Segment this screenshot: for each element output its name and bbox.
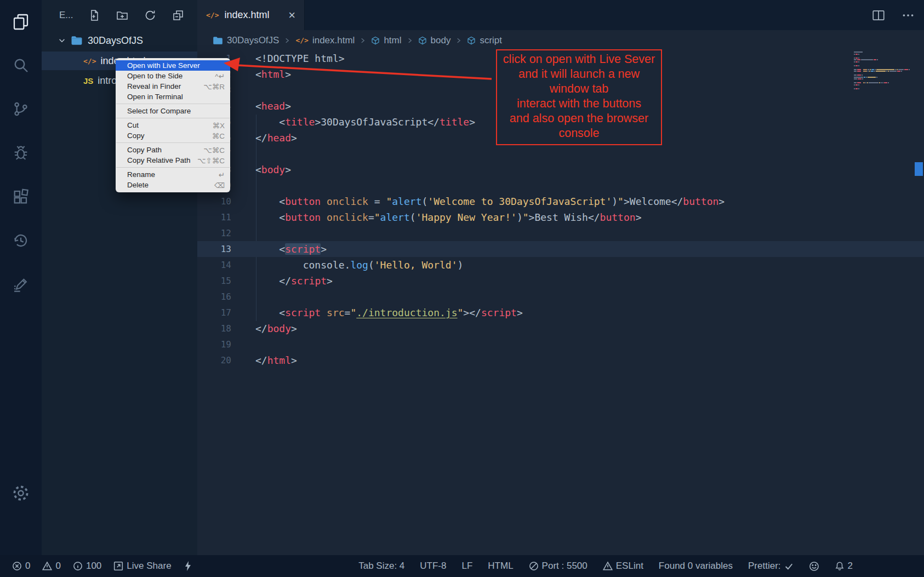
- menu-item-rename[interactable]: Rename↵: [116, 169, 230, 180]
- code-text[interactable]: <html>: [231, 66, 291, 82]
- code-line[interactable]: 13 <script>: [197, 241, 924, 257]
- line-number[interactable]: 17: [197, 305, 231, 321]
- menu-item-reveal-in-finder[interactable]: Reveal in Finder⌥⌘R: [116, 81, 230, 92]
- menu-item-copy[interactable]: Copy⌘C: [116, 130, 230, 141]
- code-text[interactable]: [231, 82, 255, 98]
- collapse-all-icon[interactable]: [172, 9, 185, 22]
- line-number[interactable]: 19: [197, 336, 231, 352]
- new-file-icon[interactable]: [88, 9, 101, 22]
- history-icon[interactable]: [8, 228, 33, 253]
- extensions-icon[interactable]: [8, 184, 33, 209]
- code-text[interactable]: [231, 336, 255, 352]
- symbol-cube-icon: [467, 36, 476, 45]
- code-text[interactable]: [231, 225, 255, 241]
- problems-errors[interactable]: 0: [12, 561, 30, 572]
- code-text[interactable]: <title>30DaysOfJavaScript</title>: [231, 114, 475, 130]
- feedback-smiley[interactable]: [809, 561, 819, 572]
- code-text[interactable]: console.log('Hello, World'): [231, 257, 463, 273]
- code-line[interactable]: 10 <button onclick = "alert('Welcome to …: [197, 193, 924, 209]
- code-text[interactable]: [231, 178, 255, 193]
- line-number[interactable]: 11: [197, 209, 231, 225]
- debug-icon[interactable]: [8, 140, 33, 165]
- variables-indicator[interactable]: Found 0 variables: [659, 561, 733, 572]
- encoding-indicator[interactable]: UTF-8: [420, 561, 446, 572]
- split-editor-icon[interactable]: [871, 8, 886, 22]
- line-number[interactable]: 10: [197, 193, 231, 209]
- eol-indicator[interactable]: LF: [461, 561, 472, 572]
- settings-gear-icon[interactable]: [8, 481, 33, 506]
- menu-item-open-with-live-server[interactable]: Open with Live Server: [116, 60, 230, 71]
- port-indicator[interactable]: Port : 5500: [529, 561, 588, 572]
- code-text[interactable]: </script>: [231, 273, 333, 289]
- breadcrumb-html[interactable]: html: [371, 35, 401, 46]
- code-text[interactable]: </html>: [231, 352, 297, 368]
- code-text[interactable]: <!DOCTYPE html>: [231, 50, 345, 66]
- code-text[interactable]: <head>: [231, 98, 291, 114]
- breadcrumb-folder[interactable]: 30DaysOfJS: [213, 35, 279, 46]
- menu-item-select-for-compare[interactable]: Select for Compare: [116, 106, 230, 116]
- lightning-button[interactable]: [184, 561, 192, 572]
- annotation-box: click on open with Live Severand it will…: [496, 49, 662, 145]
- menu-item-delete[interactable]: Delete⌫: [116, 180, 230, 190]
- menu-item-copy-relative-path[interactable]: Copy Relative Path⌥⇧⌘C: [116, 155, 230, 165]
- breadcrumb-body[interactable]: body: [418, 35, 451, 46]
- menu-separator: [116, 104, 230, 104]
- folder-icon: [71, 36, 83, 45]
- close-icon[interactable]: ×: [288, 9, 295, 21]
- code-text[interactable]: [231, 289, 255, 305]
- code-text[interactable]: <script>: [231, 241, 327, 257]
- search-icon[interactable]: [8, 53, 33, 78]
- line-number[interactable]: 18: [197, 321, 231, 336]
- code-line[interactable]: 9: [197, 178, 924, 193]
- menu-item-open-in-terminal[interactable]: Open in Terminal: [116, 92, 230, 102]
- menu-separator: [116, 118, 230, 118]
- menu-item-cut[interactable]: Cut⌘X: [116, 120, 230, 130]
- line-number[interactable]: 15: [197, 273, 231, 289]
- more-actions-icon[interactable]: [901, 8, 915, 22]
- code-text[interactable]: <script src="./introduction.js"></script…: [231, 305, 523, 321]
- code-line[interactable]: 15 </script>: [197, 273, 924, 289]
- code-line[interactable]: 19: [197, 336, 924, 352]
- line-number[interactable]: 14: [197, 257, 231, 273]
- live-share-button[interactable]: Live Share: [113, 561, 171, 572]
- breadcrumb-script[interactable]: script: [467, 35, 502, 46]
- code-line[interactable]: 17 <script src="./introduction.js"></scr…: [197, 305, 924, 321]
- eslint-indicator[interactable]: ESLint: [603, 561, 643, 572]
- explorer-icon[interactable]: [8, 9, 33, 34]
- minimap[interactable]: [854, 52, 914, 90]
- code-text[interactable]: <button onclick = "alert('Welcome to 30D…: [231, 193, 725, 209]
- folder-row-30daysofjs[interactable]: 30DaysOfJS: [42, 32, 197, 49]
- code-line[interactable]: 11 <button onclick="alert('Happy New Yea…: [197, 209, 924, 225]
- live-server-pen-icon[interactable]: [8, 272, 33, 297]
- code-line[interactable]: 8<body>: [197, 162, 924, 178]
- tab-size-indicator[interactable]: Tab Size: 4: [358, 561, 404, 572]
- line-number[interactable]: 13: [197, 241, 231, 257]
- code-line[interactable]: 14 console.log('Hello, World'): [197, 257, 924, 273]
- code-line[interactable]: 16: [197, 289, 924, 305]
- code-line[interactable]: 20</html>: [197, 352, 924, 368]
- code-line[interactable]: 18</body>: [197, 321, 924, 336]
- prettier-indicator[interactable]: Prettier:: [748, 561, 794, 572]
- tab-index-html[interactable]: </> index.html ×: [197, 0, 305, 30]
- menu-item-open-to-the-side[interactable]: Open to the Side^↵: [116, 71, 230, 81]
- html-file-icon: </>: [83, 57, 96, 65]
- language-indicator[interactable]: HTML: [488, 561, 513, 572]
- refresh-icon[interactable]: [144, 9, 157, 22]
- code-line[interactable]: 7: [197, 146, 924, 162]
- code-text[interactable]: </body>: [231, 321, 297, 336]
- breadcrumb-file[interactable]: </> index.html: [295, 35, 355, 46]
- notifications-bell[interactable]: 2: [835, 561, 853, 572]
- menu-item-copy-path[interactable]: Copy Path⌥⌘C: [116, 145, 230, 155]
- info-count[interactable]: 100: [73, 561, 101, 572]
- problems-warnings[interactable]: 0: [42, 561, 60, 572]
- line-number[interactable]: 16: [197, 289, 231, 305]
- line-number[interactable]: 20: [197, 352, 231, 368]
- code-text[interactable]: </head>: [231, 130, 297, 146]
- code-line[interactable]: 12: [197, 225, 924, 241]
- line-number[interactable]: 12: [197, 225, 231, 241]
- source-control-icon[interactable]: [8, 96, 33, 122]
- code-text[interactable]: [231, 146, 255, 162]
- code-text[interactable]: <button onclick="alert('Happy New Year!'…: [231, 209, 641, 225]
- new-folder-icon[interactable]: [116, 9, 129, 22]
- code-text[interactable]: <body>: [231, 162, 291, 178]
